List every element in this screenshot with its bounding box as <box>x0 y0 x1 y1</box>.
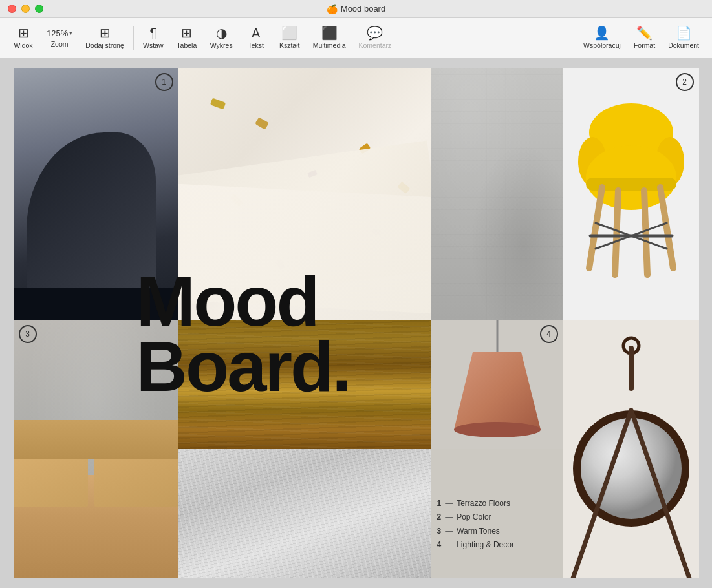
zoom-button[interactable]: 125% ▾ Zoom <box>40 25 79 52</box>
image-cell-yellow-chair: 2 <box>563 68 699 320</box>
dodaj-label: Dodaj stronę <box>85 41 124 49</box>
image-cell-terrazzo <box>178 68 431 320</box>
legend-item-4: 4 — Lighting & Decor <box>437 538 514 552</box>
widok-button[interactable]: ⊞ Widok <box>6 23 40 53</box>
legend-text-2: Pop Color <box>457 510 491 525</box>
zoom-arrow-icon: ▾ <box>69 30 72 36</box>
badge-3-label: 3 <box>25 330 30 339</box>
wstaw-label: Wstaw <box>143 41 164 49</box>
legend-dash-4: — <box>445 538 453 552</box>
legend-dash-2: — <box>445 510 453 525</box>
tabela-label: Tabela <box>177 41 197 49</box>
titlebar: 🍊 Mood board <box>0 0 712 18</box>
tekst-label: Tekst <box>248 41 264 49</box>
svg-line-7 <box>660 187 673 268</box>
svg-line-5 <box>589 187 602 268</box>
format-label: Format <box>634 41 655 49</box>
ksztalt-button[interactable]: ⬜ Kształt <box>273 23 307 53</box>
multimedia-button[interactable]: ⬛ Multimedia <box>307 23 352 53</box>
legend-item-2: 2 — Pop Color <box>437 510 514 525</box>
multimedia-icon: ⬛ <box>321 26 338 39</box>
legend-cell: 1 — Terrazzo Floors 2 — Pop Color 3 — Wa… <box>431 449 563 578</box>
tekst-icon: A <box>252 26 260 39</box>
multimedia-label: Multimedia <box>313 41 346 49</box>
ksztalt-label: Kształt <box>279 41 300 49</box>
tekst-button[interactable]: A Tekst <box>239 23 273 53</box>
wspolpracuj-icon: 👤 <box>594 26 610 39</box>
legend-item-3: 3 — Warm Tones <box>437 525 514 539</box>
svg-rect-15 <box>629 346 634 391</box>
image-cell-pendant: 4 <box>431 320 563 449</box>
close-button[interactable] <box>8 5 16 13</box>
dokument-icon: 📄 <box>676 26 692 39</box>
wykres-label: Wykres <box>210 41 233 49</box>
page-badge-4: 4 <box>540 325 558 343</box>
mirror-svg <box>563 320 699 578</box>
page-badge-3: 3 <box>19 325 37 343</box>
yellow-chair-svg <box>563 68 699 320</box>
dokument-label: Dokument <box>668 41 699 49</box>
dokument-button[interactable]: 📄 Dokument <box>662 23 706 53</box>
image-cell-plaster: 3 <box>14 320 178 578</box>
page-badge-2: 2 <box>676 73 694 91</box>
canvas-area: 1 <box>0 58 712 588</box>
legend-dash-3: — <box>445 525 453 539</box>
svg-point-17 <box>581 418 682 519</box>
tabela-button[interactable]: ⊞ Tabela <box>170 23 204 53</box>
wspolpracuj-label: Współpracuj <box>583 41 621 49</box>
badge-4-label: 4 <box>546 330 551 339</box>
dodaj-strone-button[interactable]: ⊞ Dodaj stronę <box>79 23 131 53</box>
page: 1 <box>14 68 699 578</box>
legend-text-1: Terrazzo Floors <box>457 497 510 511</box>
legend-num-2: 2 <box>437 510 442 525</box>
badge-2-label: 2 <box>682 78 687 87</box>
legend-num-4: 4 <box>437 538 442 552</box>
svg-line-6 <box>615 191 618 275</box>
ksztalt-icon: ⬜ <box>281 26 297 39</box>
title-text: Mood board <box>341 4 385 14</box>
dodaj-icon: ⊞ <box>100 26 111 39</box>
image-cell-chair: 1 <box>14 68 178 320</box>
legend-list: 1 — Terrazzo Floors 2 — Pop Color 3 — Wa… <box>437 497 514 552</box>
badge-1-label: 1 <box>162 78 166 87</box>
svg-point-13 <box>454 422 541 437</box>
separator-1 <box>133 26 134 50</box>
legend-text-3: Warm Tones <box>457 525 500 539</box>
format-button[interactable]: ✏️ Format <box>627 23 662 53</box>
wykres-button[interactable]: ◑ Wykres <box>204 23 239 53</box>
widok-icon: ⊞ <box>18 26 29 39</box>
toolbar: ⊞ Widok 125% ▾ Zoom ⊞ Dodaj stronę ¶ Wst… <box>0 18 712 58</box>
wstaw-icon: ¶ <box>149 26 156 39</box>
legend-dash-1: — <box>445 497 453 511</box>
svg-line-8 <box>644 191 647 275</box>
legend-num-3: 3 <box>437 525 442 539</box>
komentarz-label: Komentarz <box>358 41 391 49</box>
app-icon: 🍊 <box>327 4 338 14</box>
minimize-button[interactable] <box>21 5 30 13</box>
widok-label: Widok <box>14 41 32 49</box>
zoom-label: Zoom <box>51 40 69 48</box>
image-cell-wood <box>178 320 431 449</box>
wykres-icon: ◑ <box>216 26 227 39</box>
legend-num-1: 1 <box>437 497 442 511</box>
image-cell-fur <box>178 449 431 578</box>
zoom-value: 125% <box>47 28 68 38</box>
komentarz-icon: 💬 <box>367 26 383 39</box>
page-badge-1: 1 <box>155 73 173 91</box>
legend-text-4: Lighting & Decor <box>457 538 514 552</box>
image-cell-mirror <box>563 320 699 578</box>
traffic-lights <box>8 5 43 13</box>
image-cell-concrete <box>431 68 563 320</box>
legend-item-1: 1 — Terrazzo Floors <box>437 497 514 511</box>
maximize-button[interactable] <box>35 5 43 13</box>
wspolpracuj-button[interactable]: 👤 Współpracuj <box>577 23 627 53</box>
komentarz-button[interactable]: 💬 Komentarz <box>352 23 398 53</box>
tabela-icon: ⊞ <box>181 26 192 39</box>
window-title: 🍊 Mood board <box>327 4 385 14</box>
wstaw-button[interactable]: ¶ Wstaw <box>136 23 170 53</box>
format-icon: ✏️ <box>636 26 653 39</box>
